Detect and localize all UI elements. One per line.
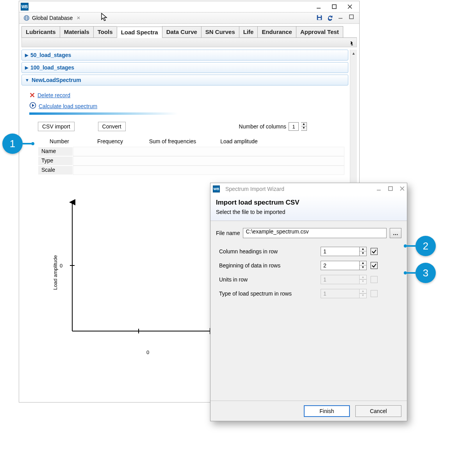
callout-2-dot [404, 244, 407, 248]
maximize-view-icon[interactable] [349, 14, 356, 22]
csv-import-button[interactable]: CSV import [38, 122, 75, 131]
dialog-title: Spectrum Import Wizard [225, 186, 284, 192]
divider-gradient [29, 112, 178, 115]
tab-approval-test[interactable]: Approval Test [296, 26, 343, 37]
dialog-maximize-button[interactable] [388, 186, 393, 192]
minimize-button[interactable] [311, 2, 326, 11]
opt-col-headings-spinner[interactable]: ▲▼ [360, 247, 367, 256]
play-icon [29, 102, 36, 110]
cancel-button[interactable]: Cancel [355, 405, 401, 417]
accordion-100-load-stages[interactable]: ▶ 100_load_stages [21, 62, 348, 73]
opt-data-begin-checkbox[interactable] [371, 262, 378, 269]
opt-units-checkbox[interactable] [371, 276, 378, 283]
view-tab-label: Global Database [32, 15, 73, 21]
scroll-up-icon[interactable]: ▲ [350, 50, 357, 57]
chart-y-label: Load amplitude [52, 255, 58, 290]
subbar-index: 1 [351, 42, 353, 46]
opt-type-checkbox[interactable] [371, 290, 378, 297]
tab-sn-curves[interactable]: SN Curves [201, 26, 239, 37]
chart-axes [45, 198, 221, 339]
callout-2: 2 [415, 236, 436, 256]
tab-materials[interactable]: Materials [60, 26, 93, 37]
row-label-name: Name [38, 147, 73, 156]
delete-record-link[interactable]: Delete record [37, 92, 70, 98]
callout-1: 1 [2, 134, 23, 154]
dialog-close-button[interactable] [400, 186, 405, 192]
tab-life[interactable]: Life [239, 26, 258, 37]
caret-right-icon: ▶ [25, 65, 28, 70]
col-frequency: Frequency [81, 137, 139, 147]
delete-icon: ✕ [29, 91, 35, 100]
row-label-scale: Scale [38, 166, 73, 175]
refresh-icon[interactable] [327, 14, 334, 22]
chart-y-tick-0: 0 [60, 263, 62, 269]
grid-row: Type [38, 156, 344, 166]
data-grid: Number Frequency Sum of frequencies Load… [38, 137, 344, 147]
file-name-input[interactable]: C:\example_spectrum.csv [243, 228, 387, 238]
caret-right-icon: ▶ [25, 53, 28, 58]
cursor-icon [101, 12, 109, 24]
dialog-body: File name C:\example_spectrum.csv … Colu… [210, 221, 407, 401]
chart-x-tick-0: 0 [146, 349, 149, 355]
accordion-50-load-stages[interactable]: ▶ 50_load_stages [21, 50, 348, 61]
browse-button[interactable]: … [390, 228, 401, 238]
minimize-view-icon[interactable] [338, 14, 345, 22]
import-wizard-dialog: WB Spectrum Import Wizard Import load sp… [210, 183, 407, 421]
dialog-minimize-button[interactable] [376, 186, 381, 192]
tab-tools[interactable]: Tools [93, 26, 117, 37]
dialog-footer: Finish Cancel [210, 401, 407, 421]
row-label-type: Type [38, 156, 73, 166]
tab-close-icon[interactable]: ✕ [77, 15, 80, 21]
accordion-new-load-spectrum[interactable]: ▼ NewLoadSpectrum [21, 75, 348, 86]
callout-3-dot [404, 271, 407, 274]
tab-global-database[interactable]: Global Database ✕ [20, 12, 84, 23]
view-tabbar: Global Database ✕ [19, 12, 359, 24]
opt-data-begin-spinner[interactable]: ▲▼ [360, 261, 367, 270]
svg-rect-9 [318, 15, 321, 17]
convert-button[interactable]: Convert [98, 122, 126, 131]
chart-area: Load amplitude 0 0 [45, 198, 221, 347]
col-number: Number [38, 137, 81, 147]
svg-rect-10 [318, 18, 321, 20]
tab-lubricants[interactable]: Lubricants [21, 26, 60, 37]
tab-load-spectra[interactable]: Load Spectra [117, 27, 162, 38]
grid-header-row: Number Frequency Sum of frequencies Load… [38, 137, 272, 147]
tab-endurance[interactable]: Endurance [257, 26, 296, 37]
num-columns-label: Number of columns [239, 123, 286, 130]
num-columns-value[interactable]: 1 [289, 122, 299, 131]
grid-cell[interactable] [73, 166, 344, 175]
col-sum: Sum of frequencies [139, 137, 206, 147]
finish-button[interactable]: Finish [304, 405, 350, 417]
grid-cell[interactable] [73, 156, 344, 166]
opt-type-label: Type of load spectrum in rows [219, 290, 321, 297]
opt-units-label: Units in row [219, 276, 321, 283]
opt-col-headings-value[interactable]: 1 [321, 247, 360, 256]
category-tabs: Lubricants Materials Tools Load Spectra … [21, 26, 357, 38]
caret-down-icon: ▼ [25, 78, 29, 82]
save-icon[interactable] [316, 14, 323, 22]
opt-units-spinner: ▲▼ [360, 275, 367, 284]
dialog-titlebar: WB Spectrum Import Wizard [210, 183, 407, 195]
grid-row: Scale [38, 166, 344, 175]
tab-data-curve[interactable]: Data Curve [162, 26, 201, 37]
opt-units-value: 1 [321, 275, 360, 284]
grid-row: Name [38, 147, 344, 156]
titlebar: WB [19, 1, 359, 12]
opt-col-headings-checkbox[interactable] [371, 248, 378, 255]
dialog-subheading: Select the file to be imported [216, 209, 401, 215]
grid-cell[interactable] [73, 147, 344, 156]
svg-marker-14 [32, 104, 34, 107]
opt-data-begin-label: Beginning of data in rows [219, 262, 321, 269]
opt-col-headings-label: Column headings in row [219, 248, 321, 255]
callout-3: 3 [415, 263, 436, 283]
dialog-heading: Import load spectrum CSV [216, 199, 401, 207]
dialog-header: Import load spectrum CSV Select the file… [210, 195, 407, 221]
maximize-button[interactable] [326, 2, 342, 11]
calculate-link[interactable]: Calculate load spectrum [39, 103, 97, 109]
num-columns-spinner[interactable]: ▲▼ [301, 122, 307, 131]
close-button[interactable] [342, 2, 358, 11]
opt-data-begin-value[interactable]: 2 [321, 261, 360, 270]
svg-rect-12 [349, 15, 353, 19]
subtoolbar: ›› 1 [21, 38, 357, 47]
callout-1-dot [31, 142, 34, 145]
